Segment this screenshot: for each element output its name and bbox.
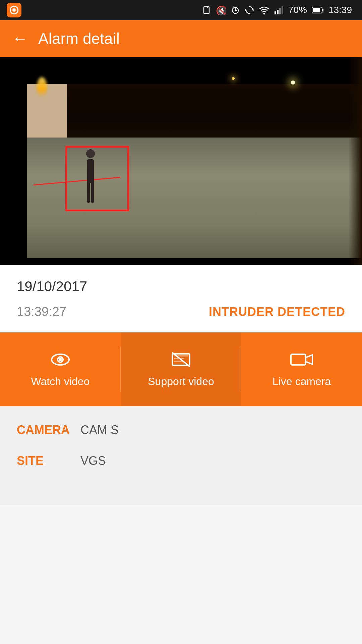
- alarm-icon: [231, 5, 240, 15]
- watch-video-button[interactable]: Watch video: [0, 332, 121, 406]
- page-title: Alarm detail: [38, 30, 120, 48]
- support-video-label: Support video: [148, 375, 214, 388]
- site-detail-row: SITE VGS: [17, 454, 345, 468]
- sim-icon: [202, 5, 211, 15]
- signal-icon: [274, 5, 284, 15]
- camera-icon: [290, 351, 313, 368]
- svg-point-10: [263, 13, 265, 15]
- svg-marker-9: [245, 9, 246, 11]
- app-icon: [7, 0, 21, 20]
- svg-point-20: [59, 359, 61, 361]
- live-camera-label: Live camera: [273, 375, 331, 388]
- nosupport-icon: [169, 351, 193, 368]
- support-video-button[interactable]: Support video: [121, 332, 241, 406]
- battery-icon: [312, 6, 324, 14]
- live-camera-button[interactable]: Live camera: [241, 332, 362, 406]
- svg-rect-11: [275, 11, 276, 14]
- eye-icon: [49, 351, 72, 368]
- header: ← Alarm detail: [0, 20, 362, 57]
- camera-value: CAM S: [80, 423, 119, 437]
- wifi-icon: [259, 5, 269, 15]
- status-time: 13:39: [328, 5, 352, 15]
- svg-rect-14: [282, 6, 283, 14]
- svg-rect-17: [322, 9, 323, 11]
- action-bar: Watch video Support video Live camera: [0, 332, 362, 406]
- svg-rect-16: [313, 8, 320, 12]
- svg-rect-26: [291, 354, 306, 365]
- camera-label: CAMERA: [17, 423, 70, 437]
- info-section: 19/10/2017 13:39:27 INTRUDER DETECTED: [0, 265, 362, 332]
- site-label: SITE: [17, 454, 70, 468]
- details-section: CAMERA CAM S SITE VGS: [0, 406, 362, 505]
- svg-line-25: [173, 353, 189, 366]
- svg-rect-13: [279, 8, 281, 14]
- camera-detail-row: CAMERA CAM S: [17, 423, 345, 437]
- status-icons: 🔇 70%: [202, 5, 352, 15]
- site-value: VGS: [80, 454, 106, 468]
- camera-view: [0, 57, 362, 265]
- svg-rect-0: [204, 7, 209, 13]
- watch-video-label: Watch video: [31, 375, 90, 388]
- status-bar: 🔇 70%: [0, 0, 362, 20]
- alarm-date: 19/10/2017: [17, 278, 345, 294]
- sync-icon: [245, 5, 254, 15]
- svg-marker-8: [253, 9, 254, 11]
- person-silhouette: [82, 149, 99, 203]
- back-button[interactable]: ←: [12, 31, 28, 47]
- svg-text:🔇: 🔇: [216, 5, 226, 15]
- battery-percent: 70%: [288, 5, 307, 15]
- alarm-time: 13:39:27: [17, 305, 66, 319]
- mute-icon: 🔇: [216, 5, 226, 15]
- svg-rect-12: [277, 10, 279, 14]
- alarm-status: INTRUDER DETECTED: [209, 305, 345, 319]
- svg-marker-27: [306, 355, 312, 364]
